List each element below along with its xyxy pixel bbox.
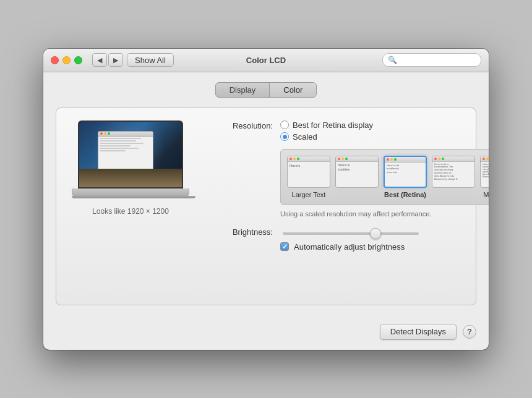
- thumb-dot-red: [483, 158, 485, 160]
- bottom-bar: Detect Displays ?: [43, 315, 489, 350]
- fake-window-content: [98, 137, 153, 154]
- panel-inner: Looks like 1920 × 1200 Resolution: Best …: [69, 121, 463, 252]
- fake-line: [100, 143, 144, 144]
- thumb-dot-green: [442, 158, 444, 160]
- show-all-button[interactable]: Show All: [127, 53, 174, 67]
- thumb-dot-green: [345, 158, 348, 160]
- tab-display[interactable]: Display: [216, 83, 270, 97]
- thumb-dot-green: [297, 158, 299, 160]
- traffic-lights: [51, 56, 82, 64]
- thumb-mid1[interactable]: Here's totroublem: [335, 156, 379, 198]
- radio-scaled[interactable]: Scaled: [280, 132, 373, 142]
- thumb-dot-yellow: [390, 158, 393, 161]
- fake-line: [100, 150, 126, 151]
- close-button[interactable]: [51, 56, 59, 64]
- thumb-dot-green: [394, 158, 397, 161]
- laptop-image: [72, 121, 189, 201]
- thumb-titlebar-mid2: [432, 156, 474, 162]
- fake-line: [100, 145, 131, 146]
- laptop-bottom: [72, 196, 195, 198]
- thumb-preview-best: Here's to thtroublemakones who: [384, 156, 427, 188]
- minimize-button[interactable]: [62, 56, 71, 64]
- content-area: Display Color: [43, 72, 489, 315]
- auto-brightness-row: ✓ Automatically adjust brightness: [280, 242, 489, 252]
- resolution-row: Resolution: Best for Retina display Scal…: [211, 121, 489, 142]
- looks-like-text: Looks like 1920 × 1200: [92, 207, 169, 216]
- thumb-label-more: More Space: [483, 191, 489, 198]
- thumb-titlebar: [288, 156, 330, 162]
- radio-group: Best for Retina display Scaled: [280, 121, 373, 142]
- auto-brightness-checkbox[interactable]: ✓: [280, 242, 289, 251]
- fake-line: [100, 138, 141, 139]
- thumb-titlebar-mid1: [336, 156, 378, 162]
- fake-dot-yellow: [104, 132, 106, 135]
- back-button[interactable]: ◀: [92, 53, 107, 67]
- fake-dot-red: [100, 132, 103, 135]
- laptop-screen-inner: [79, 122, 182, 187]
- thumb-content-best: Here's to thtroublemakones who: [385, 163, 426, 176]
- detect-displays-button[interactable]: Detect Displays: [380, 324, 457, 340]
- laptop-screen-outer: [78, 121, 183, 188]
- radio-best-retina[interactable]: Best for Retina display: [280, 121, 373, 130]
- thumb-titlebar-best: [385, 157, 426, 163]
- scaled-note: Using a scaled resolution may affect per…: [280, 210, 489, 218]
- thumb-dot-yellow: [438, 158, 440, 160]
- auto-brightness-label: Automatically adjust brightness: [294, 242, 405, 252]
- thumb-dot-red: [338, 158, 340, 160]
- tab-group: Display Color: [215, 82, 317, 98]
- thumb-dot-yellow: [486, 158, 489, 160]
- thumb-content-more: In the crazy onestroublemakers. The mone…: [481, 162, 489, 180]
- maximize-button[interactable]: [74, 56, 82, 64]
- search-bar[interactable]: 🔍: [382, 53, 481, 67]
- fake-dot-green: [108, 132, 110, 135]
- laptop-base: [72, 188, 189, 196]
- nav-buttons: ◀ ▶: [92, 53, 123, 67]
- thumb-label-best: Best (Retina): [384, 191, 426, 198]
- thumb-titlebar-more: [481, 156, 489, 162]
- help-button[interactable]: ?: [463, 325, 476, 339]
- fake-line: [100, 148, 139, 149]
- thumb-content-mid2: Here's to the crtroublemakers. Theones w…: [432, 162, 474, 182]
- brightness-row: Brightness:: [211, 226, 489, 237]
- thumb-preview-larger: Here's: [287, 156, 330, 188]
- thumb-preview-mid2: Here's to the crtroublemakers. Theones w…: [432, 156, 475, 188]
- thumb-content-larger: Here's: [288, 162, 330, 169]
- window-title: Color LCD: [246, 56, 286, 65]
- thumb-dot-red: [290, 158, 292, 160]
- thumbnails-box: Here's Larger Text: [280, 149, 489, 205]
- thumb-preview-more: In the crazy onestroublemakers. The mone…: [480, 156, 489, 188]
- laptop-preview: Looks like 1920 × 1200: [69, 121, 192, 252]
- thumb-best-retina[interactable]: Here's to thtroublemakones who Best (Ret…: [384, 156, 427, 198]
- thumb-content-mid1: Here's totroublem: [336, 162, 378, 173]
- fake-line: [100, 140, 136, 142]
- fake-window: [98, 131, 153, 174]
- search-input[interactable]: [400, 56, 476, 64]
- radio-scaled-circle[interactable]: [280, 132, 289, 141]
- resolution-label: Resolution:: [211, 121, 273, 130]
- settings-area: Resolution: Best for Retina display Scal…: [211, 121, 489, 252]
- thumb-mid2[interactable]: Here's to the crtroublemakers. Theones w…: [432, 156, 475, 198]
- main-panel: Looks like 1920 × 1200 Resolution: Best …: [56, 108, 476, 305]
- thumb-dot-red: [387, 158, 389, 161]
- search-icon: 🔍: [388, 56, 397, 64]
- thumb-preview-mid1: Here's totroublem: [335, 156, 379, 188]
- forward-button[interactable]: ▶: [108, 53, 123, 67]
- thumb-dot-yellow: [341, 158, 344, 160]
- fake-window-bar: [98, 132, 153, 137]
- thumb-more-space[interactable]: In the crazy onestroublemakers. The mone…: [480, 156, 489, 198]
- brightness-slider-container: [283, 226, 489, 237]
- titlebar: ◀ ▶ Show All Color LCD 🔍: [43, 49, 489, 72]
- thumb-dot-yellow: [293, 158, 296, 160]
- thumb-larger-text[interactable]: Here's Larger Text: [287, 156, 330, 198]
- brightness-label: Brightness:: [211, 227, 273, 237]
- tab-bar: Display Color: [56, 82, 476, 98]
- tab-color[interactable]: Color: [270, 83, 316, 97]
- thumb-label-larger: Larger Text: [292, 191, 326, 198]
- main-window: ◀ ▶ Show All Color LCD 🔍 Display Color: [43, 49, 489, 350]
- thumb-dot-red: [434, 158, 437, 160]
- brightness-slider[interactable]: [283, 232, 419, 235]
- checkmark-icon: ✓: [282, 243, 288, 250]
- radio-best-retina-circle[interactable]: [280, 121, 289, 129]
